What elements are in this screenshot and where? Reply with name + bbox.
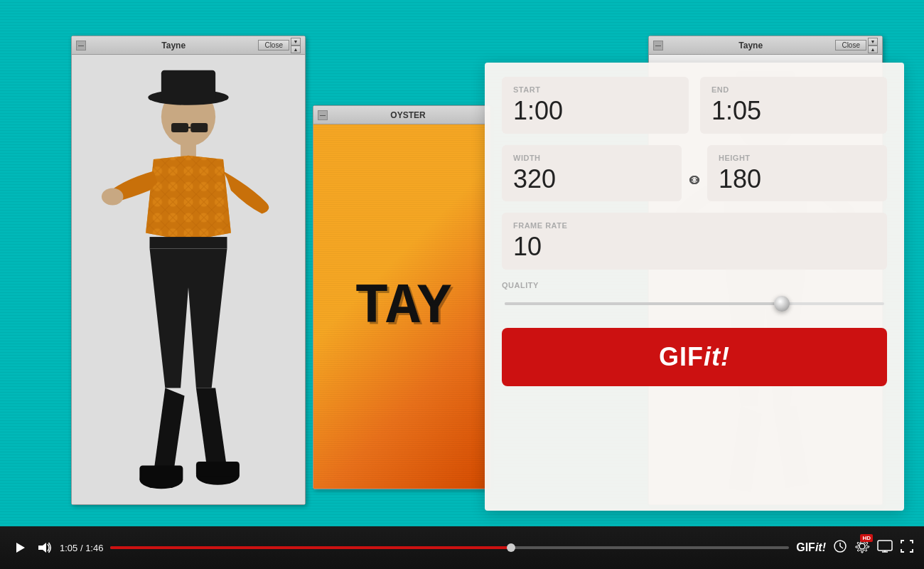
svg-rect-14 <box>196 462 240 477</box>
time-display: 1:05 / 1:46 <box>60 543 103 553</box>
window-title-oyster: OYSTER <box>331 110 485 120</box>
settings-container: HD <box>854 538 870 557</box>
svg-marker-20 <box>38 543 46 553</box>
play-icon <box>13 541 27 555</box>
width-value: 320 <box>513 165 670 193</box>
screen-svg <box>877 540 893 553</box>
gif-btn-gif: GIF <box>659 342 704 371</box>
tay-text: TAY <box>355 275 448 339</box>
width-height-row: WIDTH 320 HEIGHT 180 <box>502 145 887 202</box>
start-label: START <box>513 85 677 94</box>
arrow-up-left[interactable]: ▲ <box>291 46 301 53</box>
svg-line-23 <box>840 546 843 548</box>
window-oyster: — OYSTER TAY <box>313 105 490 489</box>
svg-marker-19 <box>16 543 25 553</box>
window-arrows-right: ▼ ▲ <box>868 38 878 53</box>
link-icon-container[interactable] <box>682 171 707 189</box>
svg-rect-25 <box>878 541 892 551</box>
titlebar-oyster: — OYSTER <box>313 106 490 124</box>
start-value: 1:00 <box>513 97 677 125</box>
gif-btn-it: it! <box>704 342 730 371</box>
end-label: END <box>711 85 876 94</box>
start-field: START 1:00 <box>502 77 689 134</box>
gif-panel: START 1:00 END 1:05 WIDTH 320 HEI <box>485 63 904 511</box>
window-tayne-left: — Tayne Close ▼ ▲ <box>71 36 306 505</box>
dancer-figure <box>72 55 305 504</box>
video-bar: 1:05 / 1:46 GIFit! HD <box>0 526 924 569</box>
svg-rect-4 <box>190 123 208 132</box>
progress-thumb[interactable] <box>507 543 515 552</box>
height-label: HEIGHT <box>719 154 876 162</box>
volume-button[interactable] <box>37 541 53 554</box>
window-content-tayne-left <box>72 55 305 504</box>
height-value: 180 <box>719 165 876 193</box>
screen-icon[interactable] <box>877 540 893 555</box>
window-title-tayne-right: Tayne <box>666 41 835 50</box>
width-label: WIDTH <box>513 154 670 162</box>
frame-rate-field: FRAME RATE 10 <box>502 213 887 270</box>
svg-rect-10 <box>150 237 227 248</box>
clock-icon[interactable] <box>833 539 847 556</box>
quality-slider-thumb[interactable] <box>774 296 790 312</box>
progress-fill <box>110 546 510 549</box>
window-content-oyster: TAY <box>313 124 490 489</box>
window-icon-right: — <box>653 41 663 50</box>
progress-bar[interactable] <box>110 546 789 549</box>
quality-label: QUALITY <box>502 281 887 289</box>
window-icon-left: — <box>76 41 86 50</box>
svg-point-9 <box>102 188 124 205</box>
titlebar-tayne-left: — Tayne Close ▼ ▲ <box>72 36 305 55</box>
quality-section: QUALITY <box>502 281 887 311</box>
tay-background: TAY <box>313 124 490 489</box>
end-field: END 1:05 <box>700 77 887 134</box>
svg-rect-2 <box>161 70 215 102</box>
quality-slider-track[interactable] <box>505 302 884 305</box>
frame-rate-label: FRAME RATE <box>513 221 876 230</box>
arrow-up-right[interactable]: ▲ <box>868 46 878 53</box>
hd-badge: HD <box>860 534 873 542</box>
height-field: HEIGHT 180 <box>707 145 887 202</box>
svg-point-24 <box>859 543 865 549</box>
close-button-left[interactable]: Close <box>258 40 289 50</box>
titlebar-tayne-right: — Tayne Close ▼ ▲ <box>649 36 882 55</box>
frame-rate-value: 10 <box>513 233 876 261</box>
gifit-logo-it: it! <box>815 541 826 553</box>
width-field: WIDTH 320 <box>502 145 682 202</box>
link-icon <box>685 171 704 189</box>
fullscreen-svg <box>900 539 914 553</box>
window-arrows-left: ▼ ▲ <box>291 38 301 53</box>
fullscreen-icon[interactable] <box>900 539 914 556</box>
play-button[interactable] <box>10 538 30 558</box>
end-value: 1:05 <box>711 97 876 125</box>
gifit-logo: GIFit! <box>796 541 826 554</box>
arrow-down-right[interactable]: ▼ <box>868 38 878 46</box>
window-title-tayne-left: Tayne <box>89 41 258 50</box>
arrow-down-left[interactable]: ▼ <box>291 38 301 46</box>
start-end-row: START 1:00 END 1:05 <box>502 77 887 134</box>
window-icon-oyster: — <box>318 110 328 120</box>
clock-svg <box>833 539 847 553</box>
close-button-right[interactable]: Close <box>835 40 866 50</box>
quality-slider-fill <box>505 302 782 305</box>
gifit-logo-gif: GIF <box>796 541 815 553</box>
gif-it-button[interactable]: GIFit! <box>502 328 887 386</box>
svg-rect-12 <box>139 466 183 482</box>
svg-rect-3 <box>171 123 188 132</box>
volume-icon <box>37 541 53 554</box>
